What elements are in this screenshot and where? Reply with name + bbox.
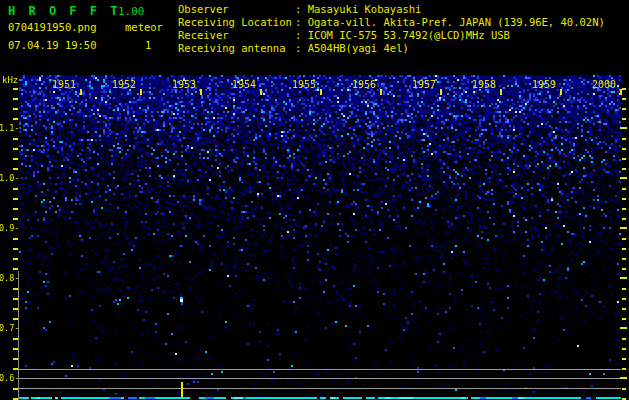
x-minute-tick bbox=[320, 89, 322, 95]
freq-axis-unit: kHz bbox=[2, 75, 18, 85]
y-minor-tick-left bbox=[13, 158, 18, 160]
y-minor-tick-left bbox=[13, 148, 18, 150]
y-minor-tick-left bbox=[13, 308, 18, 310]
x-tick-label: 1959 bbox=[524, 79, 556, 90]
y-major-tick-right bbox=[620, 277, 627, 279]
x-minute-tick bbox=[260, 89, 262, 95]
y-minor-tick-right bbox=[622, 248, 626, 250]
y-minor-tick-right bbox=[622, 208, 626, 210]
field-value: ICOM IC-575 53.7492(@LCD)MHz USB bbox=[308, 29, 510, 41]
mode-label: meteor bbox=[125, 21, 163, 34]
header-field-row: Receiving Location: Ogata-vill. Akita-Pr… bbox=[178, 16, 605, 29]
y-minor-tick-left bbox=[13, 108, 18, 110]
x-tick-label: 1952 bbox=[104, 79, 136, 90]
y-minor-tick-right bbox=[622, 268, 626, 270]
y-tick-label: 0.9- bbox=[0, 223, 19, 233]
datetime-label: 07.04.19 19:50 bbox=[8, 39, 97, 52]
x-minute-tick bbox=[200, 89, 202, 95]
y-minor-tick-right bbox=[622, 148, 626, 150]
y-minor-tick-right bbox=[622, 388, 626, 390]
field-value: A504HB(yagi 4el) bbox=[308, 42, 409, 54]
y-minor-tick-left bbox=[13, 138, 18, 140]
y-major-tick-right bbox=[620, 377, 627, 379]
field-colon: : bbox=[295, 29, 301, 41]
y-minor-tick-right bbox=[622, 358, 626, 360]
x-tick-label: 1953 bbox=[164, 79, 196, 90]
y-minor-tick-right bbox=[622, 368, 626, 370]
y-minor-tick-left bbox=[13, 168, 18, 170]
echo-count-label: 1 bbox=[145, 39, 151, 52]
y-minor-tick-left bbox=[13, 318, 18, 320]
y-minor-tick-left bbox=[13, 118, 18, 120]
y-minor-tick-left bbox=[13, 368, 18, 370]
y-minor-tick-left bbox=[13, 258, 18, 260]
x-minute-tick bbox=[140, 89, 142, 95]
x-tick-label: 1956 bbox=[344, 79, 376, 90]
field-colon: : bbox=[295, 3, 301, 15]
app-version: 1.00 bbox=[118, 5, 145, 18]
y-minor-tick-right bbox=[622, 218, 626, 220]
y-minor-tick-right bbox=[622, 88, 626, 90]
y-minor-tick-left bbox=[13, 98, 18, 100]
x-minute-tick bbox=[440, 89, 442, 95]
y-major-tick-right bbox=[620, 127, 627, 129]
y-major-tick-right bbox=[620, 177, 627, 179]
header-field-row: Receiver: ICOM IC-575 53.7492(@LCD)MHz U… bbox=[178, 29, 510, 42]
app-title: H R O F F T bbox=[8, 4, 120, 18]
y-minor-tick-left bbox=[13, 388, 18, 390]
y-minor-tick-left bbox=[13, 268, 18, 270]
y-minor-tick-left bbox=[13, 338, 18, 340]
y-minor-tick-right bbox=[622, 318, 626, 320]
x-minute-tick bbox=[380, 89, 382, 95]
x-tick-label: 1957 bbox=[404, 79, 436, 90]
field-value: Ogata-vill. Akita-Pref. JAPAN (139.96E, … bbox=[308, 16, 605, 28]
y-minor-tick-left bbox=[13, 248, 18, 250]
x-minute-tick bbox=[500, 89, 502, 95]
x-minute-tick bbox=[620, 89, 622, 95]
y-minor-tick-right bbox=[622, 308, 626, 310]
y-major-tick-right bbox=[620, 227, 627, 229]
y-minor-tick-left bbox=[13, 188, 18, 190]
y-minor-tick-right bbox=[622, 198, 626, 200]
x-tick-label: 1954 bbox=[224, 79, 256, 90]
y-minor-tick-right bbox=[622, 98, 626, 100]
y-minor-tick-right bbox=[622, 348, 626, 350]
y-tick-label: 1.1- bbox=[0, 123, 19, 133]
y-minor-tick-right bbox=[622, 138, 626, 140]
y-minor-tick-left bbox=[13, 358, 18, 360]
y-minor-tick-right bbox=[622, 298, 626, 300]
field-colon: : bbox=[295, 16, 301, 28]
field-label: Observer bbox=[178, 3, 295, 15]
y-tick-label: 1.0- bbox=[0, 173, 19, 183]
field-label: Receiving Location bbox=[178, 16, 295, 28]
x-tick-label: 2000 bbox=[584, 79, 616, 90]
header-field-row: Observer: Masayuki Kobayashi bbox=[178, 3, 421, 16]
x-tick-label: 1951 bbox=[44, 79, 76, 90]
y-minor-tick-right bbox=[622, 158, 626, 160]
field-label: Receiving antenna bbox=[178, 42, 295, 54]
y-tick-label: 0.7- bbox=[0, 323, 19, 333]
y-minor-tick-right bbox=[622, 238, 626, 240]
y-minor-tick-left bbox=[13, 198, 18, 200]
y-minor-tick-right bbox=[622, 108, 626, 110]
y-major-tick-right bbox=[620, 327, 627, 329]
field-colon: : bbox=[295, 42, 301, 54]
y-minor-tick-left bbox=[13, 298, 18, 300]
x-minute-tick bbox=[80, 89, 82, 95]
field-value: Masayuki Kobayashi bbox=[308, 3, 422, 15]
y-minor-tick-left bbox=[13, 88, 18, 90]
y-tick-label: 0.6- bbox=[0, 373, 19, 383]
y-minor-tick-left bbox=[13, 238, 18, 240]
y-tick-label: 0.8- bbox=[0, 273, 19, 283]
field-label: Receiver bbox=[178, 29, 295, 41]
output-filename: 0704191950.png bbox=[8, 21, 97, 34]
spectrogram-canvas bbox=[18, 75, 621, 400]
header-field-row: Receiving antenna: A504HB(yagi 4el) bbox=[178, 42, 409, 55]
x-tick-label: 1958 bbox=[464, 79, 496, 90]
y-minor-tick-right bbox=[622, 288, 626, 290]
y-minor-tick-left bbox=[13, 208, 18, 210]
y-minor-tick-right bbox=[622, 188, 626, 190]
y-minor-tick-right bbox=[622, 118, 626, 120]
y-minor-tick-right bbox=[622, 338, 626, 340]
y-minor-tick-left bbox=[13, 218, 18, 220]
